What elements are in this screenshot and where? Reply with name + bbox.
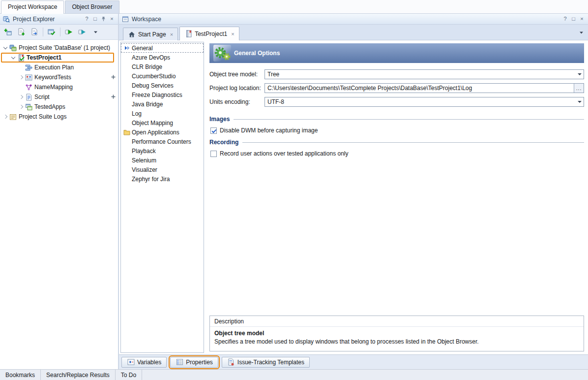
- tab-list-dropdown-button[interactable]: [579, 31, 584, 35]
- chevron-right-icon[interactable]: [17, 76, 25, 79]
- tree-item-script[interactable]: Script: [0, 92, 118, 102]
- auto-hide-pin-button[interactable]: [100, 16, 107, 22]
- close-button[interactable]: ×: [578, 15, 586, 23]
- suite-logs-icon: [9, 113, 17, 121]
- editor-tab-variables[interactable]: Variables: [121, 357, 167, 368]
- checkbox-checked-icon[interactable]: [210, 127, 217, 134]
- document-tab-testproject1[interactable]: TestProject1×: [179, 27, 239, 40]
- checkbox-unchecked-icon[interactable]: [210, 151, 217, 157]
- options-empty-space: [209, 159, 584, 316]
- browse-button[interactable]: ...: [574, 84, 584, 93]
- close-button[interactable]: ×: [108, 15, 116, 23]
- checkbox-disable-dwm-before-capturing-image[interactable]: Disable DWM before capturing image: [210, 127, 584, 134]
- project-explorer-window-controls: ?□×: [83, 15, 116, 23]
- organize-items-button[interactable]: [45, 26, 58, 38]
- add-child-item-button[interactable]: [111, 94, 116, 99]
- top-tab-object-browser[interactable]: Object Browser: [65, 0, 119, 13]
- tree-item-project-suite-logs[interactable]: Project Suite Logs: [0, 112, 118, 122]
- tree-item-testedapps[interactable]: TestedApps: [0, 102, 118, 112]
- script-icon: [25, 93, 32, 101]
- run-project-suite-icon: [65, 28, 73, 36]
- float-button[interactable]: □: [91, 15, 99, 23]
- add-project-suite-button[interactable]: [1, 26, 14, 38]
- name-mapping-icon: [25, 83, 32, 91]
- general-arrow-icon: [123, 45, 130, 52]
- options-page-playback[interactable]: Playback: [121, 146, 204, 156]
- tree-item-label: KeywordTests: [34, 74, 71, 81]
- tree-item-label: Execution Plan: [34, 64, 74, 71]
- tree-item-project-suite-database-1-project[interactable]: Project Suite 'DataBase' (1 project): [0, 43, 118, 53]
- top-tab-project-workspace[interactable]: Project Workspace: [1, 0, 64, 14]
- home-icon: [128, 31, 136, 38]
- help-button[interactable]: ?: [83, 15, 90, 23]
- keyword-tests-icon: [25, 73, 32, 81]
- options-page-label: General: [132, 45, 153, 52]
- close-tab-button[interactable]: ×: [231, 31, 234, 37]
- chevron-right-icon[interactable]: [17, 95, 25, 98]
- run-mode-dropdown-button[interactable]: [89, 26, 102, 38]
- project-log-location-input[interactable]: C:\Users\tester\Documents\TestComplete P…: [265, 83, 584, 93]
- options-page-cucumberstudio[interactable]: CucumberStudio: [121, 71, 204, 81]
- execution-plan-icon: [25, 63, 32, 71]
- chevron-down-icon[interactable]: [9, 57, 17, 59]
- close-tab-button[interactable]: ×: [170, 32, 173, 37]
- options-page-log[interactable]: Log: [121, 109, 204, 118]
- dropdown-arrow-icon[interactable]: [575, 97, 584, 106]
- run-project-suite-button[interactable]: [62, 26, 75, 38]
- options-page-object-mapping[interactable]: Object Mapping: [121, 118, 204, 127]
- options-page-selenium[interactable]: Selenium: [121, 156, 204, 165]
- tree-item-testproject1[interactable]: TestProject1: [0, 53, 118, 63]
- options-page-visualizer[interactable]: Visualizer: [121, 165, 204, 174]
- options-page-debug-services[interactable]: Debug Services: [121, 81, 204, 90]
- project-tree: Project Suite 'DataBase' (1 project)Test…: [0, 39, 118, 369]
- panel-tab-search-replace-results[interactable]: Search/Replace Results: [41, 370, 116, 380]
- options-page-label: Playback: [132, 148, 156, 155]
- tree-item-label: Project Suite 'DataBase' (1 project): [19, 44, 110, 51]
- options-page-general[interactable]: General: [121, 43, 204, 53]
- add-existing-item-icon: [30, 28, 38, 36]
- options-page-zephyr-for-jira[interactable]: Zephyr for Jira: [121, 174, 204, 184]
- units-encoding-dropdown[interactable]: UTF-8: [265, 97, 584, 107]
- document-tab-start-page[interactable]: Start Page×: [123, 28, 178, 40]
- options-page-open-applications[interactable]: Open Applications: [121, 127, 204, 137]
- panel-tab-to-do[interactable]: To Do: [116, 370, 142, 380]
- object-tree-model-dropdown[interactable]: Tree: [265, 69, 584, 79]
- options-page-java-bridge[interactable]: Java Bridge: [121, 99, 204, 109]
- field-units-encoding: Units encoding:UTF-8: [209, 97, 584, 107]
- tree-item-label: NameMapping: [34, 84, 73, 91]
- editor-tab-issue-tracking-templates[interactable]: Issue-Tracking Templates: [222, 357, 310, 368]
- options-page-performance-counters[interactable]: Performance Counters: [121, 137, 204, 146]
- chevron-right-icon[interactable]: [17, 105, 25, 108]
- float-button[interactable]: □: [570, 15, 577, 23]
- chevron-right-icon[interactable]: [1, 115, 9, 118]
- add-child-item-button[interactable]: [111, 74, 116, 80]
- editor-tab-properties[interactable]: Properties: [170, 357, 218, 368]
- tree-item-namemapping[interactable]: NameMapping: [0, 82, 118, 92]
- editor-tab-label: Issue-Tracking Templates: [237, 359, 304, 366]
- run-mode-dropdown-icon: [91, 28, 99, 36]
- workspace-title: Workspace: [132, 16, 559, 23]
- checkbox-label: Disable DWM before capturing image: [220, 127, 318, 134]
- options-page-freeze-diagnostics[interactable]: Freeze Diagnostics: [121, 90, 204, 99]
- section-title: Images: [209, 116, 230, 123]
- blank-icon: [123, 138, 130, 145]
- suite-icon: [9, 44, 17, 52]
- document-body: GeneralAzure DevOpsCLR BridgeCucumberStu…: [119, 40, 588, 354]
- options-page-label: Object Mapping: [132, 120, 173, 127]
- chevron-down-icon[interactable]: [1, 47, 9, 49]
- options-banner: General Options: [209, 43, 584, 63]
- checkbox-record-user-actions-over-tested-applications-only[interactable]: Record user actions over tested applicat…: [210, 150, 584, 157]
- dropdown-arrow-icon[interactable]: [575, 70, 584, 79]
- options-page-azure-devops[interactable]: Azure DevOps: [121, 53, 204, 62]
- run-project-button[interactable]: [76, 26, 88, 38]
- project-explorer-icon: [2, 15, 10, 23]
- tree-item-keywordtests[interactable]: KeywordTests: [0, 72, 118, 82]
- panel-tab-bookmarks[interactable]: Bookmarks: [0, 370, 41, 380]
- help-button[interactable]: ?: [561, 15, 569, 23]
- document-tab-label: TestProject1: [195, 31, 227, 37]
- options-page-clr-bridge[interactable]: CLR Bridge: [121, 62, 204, 71]
- tree-item-execution-plan[interactable]: Execution Plan: [0, 63, 118, 72]
- add-existing-item-button[interactable]: [28, 26, 41, 38]
- add-new-item-button[interactable]: [15, 26, 28, 38]
- blank-icon: [123, 101, 130, 108]
